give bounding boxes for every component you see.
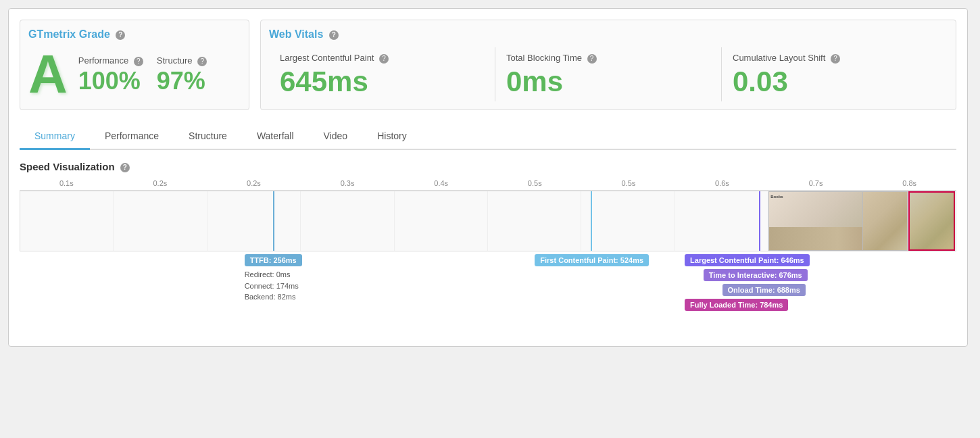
vitals-help-icon[interactable]: ? <box>329 30 339 40</box>
performance-value: 100% <box>78 69 143 93</box>
top-section: GTmetrix Grade ? A Performance ? 100% <box>20 20 956 110</box>
annotations-area: TTFB: 256ms Redirect: 0ms Connect: 174ms… <box>20 254 956 335</box>
tab-structure[interactable]: Structure <box>174 124 242 150</box>
tab-waterfall[interactable]: Waterfall <box>242 124 309 150</box>
tbt-vital: Total Blocking Time ? 0ms <box>495 47 722 101</box>
tbt-label: Total Blocking Time ? <box>506 53 710 64</box>
grade-title-text: GTmetrix Grade <box>28 28 110 40</box>
tl-8: 0.7s <box>769 179 863 190</box>
timeline-container: 0.1s 0.2s 0.2s 0.3s 0.4s 0.5s 0.5s 0.6s … <box>20 179 956 335</box>
structure-help-icon[interactable]: ? <box>197 57 207 66</box>
speed-viz-title: Speed Visualization ? <box>20 161 956 172</box>
fully-loaded-annotation: Fully Loaded Time: 784ms <box>685 299 788 311</box>
main-container: GTmetrix Grade ? A Performance ? 100% <box>8 8 968 347</box>
lcp-vital: Largest Contentful Paint ? 645ms <box>269 47 495 101</box>
grade-letter: A <box>28 47 68 101</box>
frame-8: Books <box>768 191 862 251</box>
structure-metric: Structure ? 97% <box>157 55 207 93</box>
timeline-labels: 0.1s 0.2s 0.2s 0.3s 0.4s 0.5s 0.5s 0.6s … <box>20 179 956 191</box>
lcp-value: 645ms <box>280 68 484 96</box>
cls-help-icon[interactable]: ? <box>831 54 840 64</box>
vitals-inner: Largest Contentful Paint ? 645ms Total B… <box>269 47 948 101</box>
ttfb-vertical-line <box>273 191 274 251</box>
tab-performance[interactable]: Performance <box>90 124 174 150</box>
tbt-value: 0ms <box>506 68 710 96</box>
tti-annotation: Time to Interactive: 676ms <box>704 269 808 281</box>
lcp-label: Largest Contentful Paint ? <box>280 53 484 64</box>
grade-section: GTmetrix Grade ? A Performance ? 100% <box>20 20 249 110</box>
tl-6: 0.5s <box>582 179 676 190</box>
frame-5 <box>488 191 581 251</box>
lcp-help-icon[interactable]: ? <box>379 54 389 64</box>
grade-title: GTmetrix Grade ? <box>28 28 241 41</box>
cls-value: 0.03 <box>733 68 937 96</box>
tl-2: 0.2s <box>207 179 301 190</box>
frame-3 <box>301 191 394 251</box>
fcp-vertical-line <box>591 191 592 251</box>
ttfb-detail: Redirect: 0ms Connect: 174ms Backend: 82… <box>245 269 299 303</box>
tab-history[interactable]: History <box>362 124 422 150</box>
tl-3: 0.3s <box>301 179 395 190</box>
frame-0 <box>20 191 114 251</box>
ttfb-annotation: TTFB: 256ms <box>245 254 302 266</box>
frame-4 <box>395 191 488 251</box>
grade-metrics: Performance ? 100% Structure ? 97% <box>78 55 207 93</box>
frame-9 <box>862 191 956 251</box>
speed-viz-help-icon[interactable]: ? <box>120 163 130 172</box>
tl-5: 0.5s <box>488 179 582 190</box>
tl-4: 0.4s <box>394 179 488 190</box>
frame-2 <box>207 191 301 251</box>
grade-help-icon[interactable]: ? <box>116 30 125 40</box>
tl-7: 0.6s <box>675 179 769 190</box>
vitals-title-text: Web Vitals <box>269 28 323 40</box>
tbt-help-icon[interactable]: ? <box>587 54 597 64</box>
tl-0: 0.1s <box>20 179 114 190</box>
frame-6 <box>581 191 675 251</box>
tabs-container: Summary Performance Structure Waterfall … <box>20 124 956 150</box>
lcp-vertical-line <box>759 191 760 251</box>
frame-1 <box>114 191 207 251</box>
tab-summary[interactable]: Summary <box>20 124 90 150</box>
onload-annotation: Onload Time: 688ms <box>722 284 806 296</box>
vitals-title: Web Vitals ? <box>269 28 948 41</box>
structure-value: 97% <box>157 69 207 93</box>
tl-9: 0.8s <box>862 179 956 190</box>
tab-video[interactable]: Video <box>309 124 363 150</box>
performance-help-icon[interactable]: ? <box>134 57 143 66</box>
lcp-annotation: Largest Contentful Paint: 646ms <box>685 254 810 266</box>
cls-vital: Cumulative Layout Shift ? 0.03 <box>722 47 948 101</box>
structure-label: Structure ? <box>157 55 207 66</box>
timeline-frames: Books <box>20 191 956 251</box>
vitals-section: Web Vitals ? Largest Contentful Paint ? … <box>260 20 956 110</box>
performance-label: Performance ? <box>78 55 143 66</box>
cls-label: Cumulative Layout Shift ? <box>733 53 937 64</box>
frame-7 <box>675 191 768 251</box>
tl-1: 0.2s <box>114 179 207 190</box>
fcp-annotation: First Contentful Paint: 524ms <box>535 254 649 266</box>
grade-inner: A Performance ? 100% Structure ? <box>28 47 241 101</box>
performance-metric: Performance ? 100% <box>78 55 143 93</box>
